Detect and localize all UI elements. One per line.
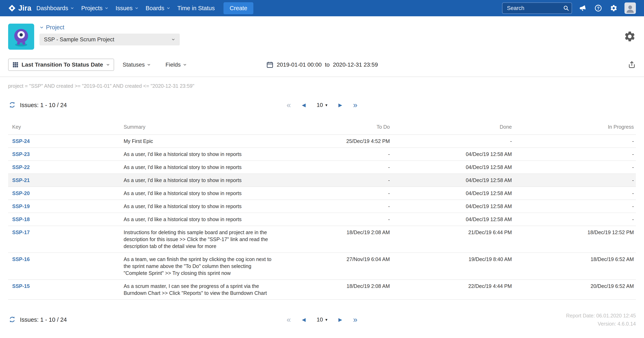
- report-settings-button[interactable]: [624, 30, 636, 43]
- issues-table: Key Summary To Do Done In Progress SSP-2…: [8, 120, 636, 300]
- user-avatar[interactable]: [624, 3, 636, 14]
- issue-todo-date: 18/Dec/19 2:08 AM: [282, 229, 392, 236]
- page-size-value: 10: [316, 102, 323, 108]
- nav-item-label: Time in Status: [177, 5, 215, 12]
- issue-summary: As a user, I'd like a historical story t…: [124, 177, 282, 184]
- page-size-select[interactable]: 10 ▾: [316, 316, 328, 323]
- table-row: SSP-24 My First Epic 25/Dec/19 4:52 PM -…: [8, 135, 636, 148]
- nav-item-label: Projects: [81, 5, 102, 12]
- export-button[interactable]: [628, 61, 636, 69]
- nav-time-in-status[interactable]: Time in Status: [174, 0, 218, 16]
- date-range-picker[interactable]: 2019-01-01 00:00 to 2020-12-31 23:59: [266, 61, 378, 68]
- admin-settings-button[interactable]: [609, 4, 618, 13]
- table-row: SSP-16 As a team, we can finish the spri…: [8, 253, 636, 280]
- issue-key-cell: SSP-18: [8, 216, 124, 223]
- help-button[interactable]: [594, 4, 603, 13]
- next-page-button[interactable]: ▶: [338, 317, 342, 322]
- project-select[interactable]: SSP - Sample Scrum Project: [40, 34, 180, 45]
- jira-logo-icon: [8, 4, 16, 12]
- issue-todo-date: 27/Nov/19 6:04 AM: [282, 256, 392, 263]
- issue-inprogress-date: -: [514, 164, 636, 171]
- navbar-right: [502, 3, 636, 14]
- table-row: SSP-21 As a user, I'd like a historical …: [8, 174, 636, 187]
- last-page-button[interactable]: »: [353, 316, 358, 323]
- issue-inprogress-date: 18/Dec/19 12:52 PM: [514, 229, 636, 236]
- feedback-button[interactable]: [578, 4, 588, 13]
- nav-issues[interactable]: Issues: [112, 0, 142, 16]
- issues-count-label: Issues: 1 - 10 / 24: [20, 316, 67, 323]
- issue-key-link[interactable]: SSP-15: [12, 283, 30, 289]
- column-header-todo[interactable]: To Do: [282, 124, 392, 130]
- first-page-button[interactable]: «: [286, 101, 291, 109]
- top-navbar: Jira Dashboards Projects Issues Boards T…: [0, 0, 644, 16]
- issue-done-date: 04/Dec/19 12:58 AM: [392, 203, 514, 210]
- user-icon: [625, 4, 635, 14]
- project-select-value: SSP - Sample Scrum Project: [44, 37, 114, 43]
- last-page-button[interactable]: »: [353, 101, 358, 109]
- column-header-inprogress[interactable]: In Progress: [514, 124, 636, 130]
- issue-summary: As a team, we can finish the sprint by c…: [124, 256, 282, 276]
- grid-icon: [12, 62, 19, 68]
- report-info: Report Date: 06.01.2020 12:45 Version: 4…: [566, 311, 636, 328]
- issue-key-link[interactable]: SSP-17: [12, 230, 30, 235]
- issue-key-link[interactable]: SSP-21: [12, 177, 30, 183]
- issue-key-cell: SSP-17: [8, 229, 124, 236]
- issue-done-date: 04/Dec/19 12:58 AM: [392, 164, 514, 171]
- issue-key-link[interactable]: SSP-20: [12, 190, 30, 196]
- issue-key-cell: SSP-19: [8, 203, 124, 210]
- table-row: SSP-20 As a user, I'd like a historical …: [8, 187, 636, 200]
- table-header: Key Summary To Do Done In Progress: [8, 120, 636, 135]
- jira-logo[interactable]: Jira: [8, 4, 31, 13]
- issue-summary: As a user, I'd like a historical story t…: [124, 190, 282, 197]
- issue-key-link[interactable]: SSP-22: [12, 164, 30, 170]
- create-button[interactable]: Create: [224, 2, 253, 14]
- nav-boards[interactable]: Boards: [142, 0, 174, 16]
- column-header-key[interactable]: Key: [8, 124, 124, 130]
- issue-inprogress-date: 20/Dec/19 6:52 AM: [514, 283, 636, 289]
- issue-todo-date: -: [282, 203, 392, 210]
- issue-inprogress-date: -: [514, 177, 636, 184]
- date-to: 2020-12-31 23:59: [333, 62, 378, 68]
- issue-key-link[interactable]: SSP-16: [12, 256, 30, 262]
- refresh-button[interactable]: [8, 316, 16, 324]
- prev-page-button[interactable]: ◀: [302, 103, 306, 107]
- issue-key-link[interactable]: SSP-18: [12, 216, 30, 222]
- issue-done-date: 04/Dec/19 12:58 AM: [392, 216, 514, 223]
- report-type-button[interactable]: Last Transition To Status Date: [8, 59, 114, 71]
- project-avatar-image: [8, 24, 34, 50]
- search-icon[interactable]: [563, 5, 569, 11]
- column-header-done[interactable]: Done: [392, 124, 514, 130]
- chevron-down-icon: [70, 6, 74, 10]
- page-size-select[interactable]: 10 ▾: [316, 102, 328, 108]
- table-row: SSP-23 As a user, I'd like a historical …: [8, 148, 636, 161]
- refresh-button[interactable]: [8, 101, 16, 109]
- issue-key-link[interactable]: SSP-23: [12, 151, 30, 157]
- issue-key-link[interactable]: SSP-19: [12, 203, 30, 209]
- help-icon: [594, 4, 602, 12]
- issue-todo-date: -: [282, 151, 392, 157]
- pagination: « ◀ 10 ▾ ▶ »: [286, 316, 357, 323]
- nav-dashboards[interactable]: Dashboards: [33, 0, 78, 16]
- date-to-word: to: [325, 62, 330, 68]
- column-header-summary[interactable]: Summary: [124, 124, 282, 130]
- first-page-button[interactable]: «: [286, 316, 291, 323]
- statuses-label: Statuses: [122, 62, 145, 68]
- prev-page-button[interactable]: ◀: [302, 317, 306, 322]
- table-row: SSP-22 As a user, I'd like a historical …: [8, 161, 636, 174]
- next-page-button[interactable]: ▶: [338, 103, 342, 107]
- jql-query-text: project = "SSP" AND created >= "2019-01-…: [8, 83, 636, 89]
- nav-projects[interactable]: Projects: [78, 0, 112, 16]
- calendar-icon: [266, 61, 274, 68]
- report-type-label: Last Transition To Status Date: [22, 62, 103, 68]
- issue-key-cell: SSP-21: [8, 177, 124, 184]
- search-input[interactable]: [502, 3, 572, 14]
- issue-key-link[interactable]: SSP-24: [12, 138, 30, 144]
- statuses-dropdown[interactable]: Statuses: [122, 62, 151, 68]
- issue-summary: My First Epic: [124, 138, 282, 144]
- fields-label: Fields: [166, 62, 181, 68]
- issue-key-cell: SSP-23: [8, 151, 124, 157]
- report-header-section: Project SSP - Sample Scrum Project Last …: [0, 16, 644, 77]
- fields-dropdown[interactable]: Fields: [166, 62, 187, 68]
- issue-todo-date: -: [282, 177, 392, 184]
- project-collapse-toggle[interactable]: Project: [40, 24, 180, 31]
